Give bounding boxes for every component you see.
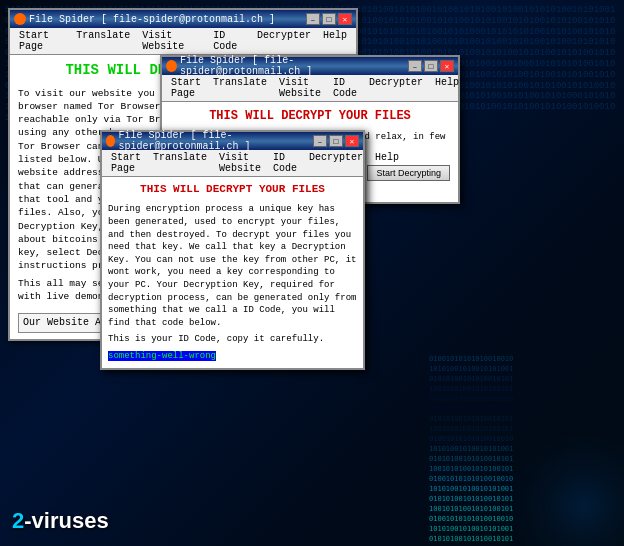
svg-text:01010100101010010101: 01010100101010010101 — [429, 375, 513, 383]
main-window-title: File Spider [ file-spider@protonmail.ch … — [29, 14, 275, 25]
svg-text:01001010101010010010: 01001010101010010010 — [429, 355, 513, 363]
mid-window-title: File Spider [ file-spider@protonmail.ch … — [180, 55, 408, 77]
front-menu-help[interactable]: Help — [370, 151, 404, 175]
mid-title-controls[interactable]: – □ ✕ — [408, 60, 454, 72]
minimize-button[interactable]: – — [306, 13, 320, 25]
menu-help[interactable]: Help — [318, 29, 352, 53]
mid-titlebar: File Spider [ file-spider@protonmail.ch … — [162, 57, 458, 75]
mid-title-left: File Spider [ file-spider@protonmail.ch … — [166, 55, 408, 77]
logo-dash: - — [24, 508, 31, 533]
menu-decrypter[interactable]: Decrypter — [252, 29, 316, 53]
mid-menu-id-code[interactable]: ID Code — [328, 76, 362, 100]
front-titlebar: File Spider [ file-spider@protonmail.ch … — [102, 132, 363, 150]
window-front: File Spider [ file-spider@protonmail.ch … — [100, 130, 365, 370]
mid-menubar: Start Page Translate Visit Website ID Co… — [162, 75, 458, 102]
svg-text:10101001010010101001: 10101001010010101001 — [429, 445, 513, 453]
front-menu-decrypter[interactable]: Decrypter — [304, 151, 368, 175]
svg-text:10101001010010101001: 10101001010010101001 — [429, 525, 513, 533]
mid-minimize-button[interactable]: – — [408, 60, 422, 72]
front-menu-start-page[interactable]: Start Page — [106, 151, 146, 175]
mid-menu-help[interactable]: Help — [430, 76, 464, 100]
front-maximize-button[interactable]: □ — [329, 135, 343, 147]
id-code-value: something-well-wrong — [108, 351, 216, 361]
svg-text:01010100101010010101: 01010100101010010101 — [429, 415, 513, 423]
mid-close-button[interactable]: ✕ — [440, 60, 454, 72]
front-menu-id-code[interactable]: ID Code — [268, 151, 302, 175]
mid-decrypt-title: THIS WILL DECRYPT YOUR FILES — [170, 108, 450, 125]
front-menubar: Start Page Translate Visit Website ID Co… — [102, 150, 363, 177]
menu-id-code[interactable]: ID Code — [208, 29, 250, 53]
mid-app-icon — [166, 60, 177, 72]
menu-start-page[interactable]: Start Page — [14, 29, 69, 53]
close-button[interactable]: ✕ — [338, 13, 352, 25]
mid-menu-start-page[interactable]: Start Page — [166, 76, 206, 100]
decorative-corner: 01001010101010010010 1010100101001010100… — [424, 346, 624, 546]
maximize-button[interactable]: □ — [322, 13, 336, 25]
main-titlebar: File Spider [ file-spider@protonmail.ch … — [10, 10, 356, 28]
logo-number: 2 — [12, 508, 24, 533]
front-menu-translate[interactable]: Translate — [148, 151, 212, 175]
svg-text:01001010101010010010: 01001010101010010010 — [429, 475, 513, 483]
front-content: THIS WILL DECRYPT YOUR FILES During encr… — [102, 177, 363, 368]
app-icon — [14, 13, 26, 25]
svg-text:01001010101010010010: 01001010101010010010 — [429, 395, 513, 403]
svg-text:10101001010010101001: 10101001010010101001 — [429, 485, 513, 493]
mid-menu-translate[interactable]: Translate — [208, 76, 272, 100]
main-title-controls[interactable]: – □ ✕ — [306, 13, 352, 25]
svg-text:01010100101010010101: 01010100101010010101 — [429, 535, 513, 543]
svg-text:10101001010010101001: 10101001010010101001 — [429, 405, 513, 413]
svg-text:10010101001010100101: 10010101001010100101 — [429, 425, 513, 433]
svg-text:01001010101010010010: 01001010101010010010 — [429, 435, 513, 443]
front-title-controls[interactable]: – □ ✕ — [313, 135, 359, 147]
mid-menu-visit-website[interactable]: Visit Website — [274, 76, 326, 100]
main-title-left: File Spider [ file-spider@protonmail.ch … — [14, 13, 275, 25]
logo-text: viruses — [32, 508, 109, 533]
front-id-label: This is your ID Code, copy it carefully. — [108, 333, 357, 346]
front-content-text: During encryption process a unique key h… — [108, 203, 357, 329]
menu-visit-website[interactable]: Visit Website — [137, 29, 206, 53]
front-decrypt-title: THIS WILL DECRYPT YOUR FILES — [108, 182, 357, 197]
front-close-button[interactable]: ✕ — [345, 135, 359, 147]
front-window-title: File Spider [ file-spider@protonmail.ch … — [118, 130, 313, 152]
mid-maximize-button[interactable]: □ — [424, 60, 438, 72]
front-minimize-button[interactable]: – — [313, 135, 327, 147]
svg-text:01001010101010010010: 01001010101010010010 — [429, 515, 513, 523]
main-menubar: Start Page Translate Visit Website ID Co… — [10, 28, 356, 55]
svg-text:01010100101010010101: 01010100101010010101 — [429, 495, 513, 503]
front-app-icon — [106, 135, 115, 147]
site-logo: 2-viruses — [12, 508, 109, 534]
mid-menu-decrypter[interactable]: Decrypter — [364, 76, 428, 100]
svg-text:10010101001010100101: 10010101001010100101 — [429, 505, 513, 513]
svg-text:10010101001010100101: 10010101001010100101 — [429, 465, 513, 473]
front-id-value: something-well-wrong — [108, 349, 357, 363]
svg-text:10101001010010101001: 10101001010010101001 — [429, 365, 513, 373]
svg-text:01010100101010010101: 01010100101010010101 — [429, 455, 513, 463]
front-menu-visit-website[interactable]: Visit Website — [214, 151, 266, 175]
menu-translate[interactable]: Translate — [71, 29, 135, 53]
svg-text:10010101001010100101: 10010101001010100101 — [429, 385, 513, 393]
front-title-left: File Spider [ file-spider@protonmail.ch … — [106, 130, 313, 152]
